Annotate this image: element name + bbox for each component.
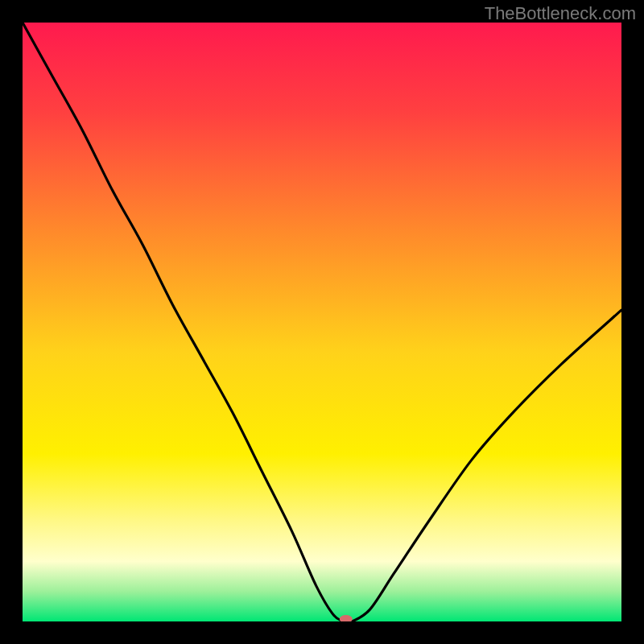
chart-svg bbox=[23, 23, 621, 621]
watermark-text: TheBottleneck.com bbox=[485, 3, 636, 24]
chart-background bbox=[23, 23, 621, 621]
plot-area bbox=[23, 23, 621, 621]
